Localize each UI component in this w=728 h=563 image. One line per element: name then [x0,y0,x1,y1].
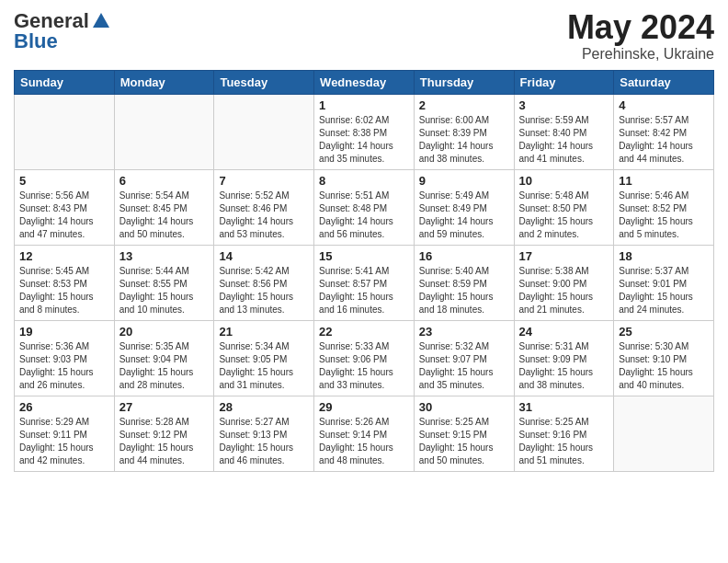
day-info: Sunrise: 5:52 AM Sunset: 8:46 PM Dayligh… [219,190,309,241]
calendar-day-cell: 6Sunrise: 5:54 AM Sunset: 8:45 PM Daylig… [114,169,214,245]
day-number: 19 [19,325,109,339]
calendar-day-cell: 27Sunrise: 5:28 AM Sunset: 9:12 PM Dayli… [114,396,214,471]
day-info: Sunrise: 5:36 AM Sunset: 9:03 PM Dayligh… [19,340,109,392]
calendar-day-cell: 30Sunrise: 5:25 AM Sunset: 9:15 PM Dayli… [414,396,514,471]
day-info: Sunrise: 5:25 AM Sunset: 9:15 PM Dayligh… [419,416,509,467]
calendar-day-cell: 23Sunrise: 5:32 AM Sunset: 9:07 PM Dayli… [414,320,514,396]
day-info: Sunrise: 5:45 AM Sunset: 8:53 PM Dayligh… [19,265,109,316]
day-number: 10 [519,174,609,188]
page: General Blue May 2024 Perehinske, Ukrain… [0,0,728,486]
day-number: 29 [319,400,409,414]
day-number: 28 [219,400,309,414]
day-info: Sunrise: 5:48 AM Sunset: 8:50 PM Dayligh… [519,190,609,241]
day-info: Sunrise: 5:40 AM Sunset: 8:59 PM Dayligh… [419,265,509,316]
day-info: Sunrise: 5:38 AM Sunset: 9:00 PM Dayligh… [519,265,609,316]
calendar-day-cell: 29Sunrise: 5:26 AM Sunset: 9:14 PM Dayli… [314,396,415,471]
calendar-day-cell: 19Sunrise: 5:36 AM Sunset: 9:03 PM Dayli… [15,320,115,396]
day-info: Sunrise: 5:51 AM Sunset: 8:48 PM Dayligh… [319,190,409,241]
day-info: Sunrise: 5:32 AM Sunset: 9:07 PM Dayligh… [419,340,509,392]
calendar-day-cell: 25Sunrise: 5:30 AM Sunset: 9:10 PM Dayli… [614,320,714,396]
calendar-day-cell [15,94,115,169]
calendar-day-cell: 14Sunrise: 5:42 AM Sunset: 8:56 PM Dayli… [214,245,314,320]
day-number: 1 [319,98,409,112]
calendar-day-cell: 21Sunrise: 5:34 AM Sunset: 9:05 PM Dayli… [214,320,314,396]
day-number: 4 [619,98,709,112]
day-info: Sunrise: 5:35 AM Sunset: 9:04 PM Dayligh… [119,340,210,392]
header-sunday: Sunday [15,70,115,94]
day-number: 30 [419,400,509,414]
day-number: 11 [619,174,709,188]
calendar-day-cell: 9Sunrise: 5:49 AM Sunset: 8:49 PM Daylig… [414,169,514,245]
logo-icon [91,11,111,31]
calendar-day-cell: 4Sunrise: 5:57 AM Sunset: 8:42 PM Daylig… [614,94,714,169]
day-info: Sunrise: 5:29 AM Sunset: 9:11 PM Dayligh… [19,416,109,467]
calendar-day-cell: 22Sunrise: 5:33 AM Sunset: 9:06 PM Dayli… [314,320,415,396]
title-block: May 2024 Perehinske, Ukraine [567,9,714,63]
day-info: Sunrise: 5:49 AM Sunset: 8:49 PM Dayligh… [419,190,509,241]
day-info: Sunrise: 5:30 AM Sunset: 9:10 PM Dayligh… [619,340,709,392]
header: General Blue May 2024 Perehinske, Ukrain… [14,9,714,63]
day-number: 17 [519,249,609,263]
day-number: 7 [219,174,309,188]
calendar-day-cell: 8Sunrise: 5:51 AM Sunset: 8:48 PM Daylig… [314,169,415,245]
header-tuesday: Tuesday [214,70,314,94]
calendar-table: Sunday Monday Tuesday Wednesday Thursday… [14,70,714,472]
calendar-day-cell: 10Sunrise: 5:48 AM Sunset: 8:50 PM Dayli… [514,169,614,245]
day-number: 18 [619,249,709,263]
day-number: 9 [419,174,509,188]
day-number: 2 [419,98,509,112]
calendar-day-cell: 16Sunrise: 5:40 AM Sunset: 8:59 PM Dayli… [414,245,514,320]
day-info: Sunrise: 5:59 AM Sunset: 8:40 PM Dayligh… [519,114,609,166]
day-number: 14 [219,249,309,263]
day-number: 8 [319,174,409,188]
month-title: May 2024 [567,9,714,46]
day-info: Sunrise: 5:46 AM Sunset: 8:52 PM Dayligh… [619,190,709,241]
calendar-day-cell: 5Sunrise: 5:56 AM Sunset: 8:43 PM Daylig… [15,169,115,245]
calendar-day-cell: 15Sunrise: 5:41 AM Sunset: 8:57 PM Dayli… [314,245,415,320]
calendar-day-cell: 26Sunrise: 5:29 AM Sunset: 9:11 PM Dayli… [15,396,115,471]
day-number: 6 [119,174,210,188]
day-info: Sunrise: 5:41 AM Sunset: 8:57 PM Dayligh… [319,265,409,316]
day-info: Sunrise: 5:44 AM Sunset: 8:55 PM Dayligh… [119,265,210,316]
calendar-day-cell [214,94,314,169]
svg-marker-0 [93,13,109,28]
day-info: Sunrise: 5:42 AM Sunset: 8:56 PM Dayligh… [219,265,309,316]
day-number: 22 [319,325,409,339]
day-info: Sunrise: 5:25 AM Sunset: 9:16 PM Dayligh… [519,416,609,467]
header-friday: Friday [514,70,614,94]
calendar-day-cell: 3Sunrise: 5:59 AM Sunset: 8:40 PM Daylig… [514,94,614,169]
day-info: Sunrise: 5:27 AM Sunset: 9:13 PM Dayligh… [219,416,309,467]
calendar-day-cell: 24Sunrise: 5:31 AM Sunset: 9:09 PM Dayli… [514,320,614,396]
day-number: 15 [319,249,409,263]
calendar-day-cell: 11Sunrise: 5:46 AM Sunset: 8:52 PM Dayli… [614,169,714,245]
day-info: Sunrise: 5:28 AM Sunset: 9:12 PM Dayligh… [119,416,210,467]
header-wednesday: Wednesday [314,70,415,94]
calendar-day-cell: 7Sunrise: 5:52 AM Sunset: 8:46 PM Daylig… [214,169,314,245]
day-info: Sunrise: 5:56 AM Sunset: 8:43 PM Dayligh… [19,190,109,241]
day-number: 24 [519,325,609,339]
day-number: 20 [119,325,210,339]
day-number: 26 [19,400,109,414]
day-info: Sunrise: 5:33 AM Sunset: 9:06 PM Dayligh… [319,340,409,392]
calendar-day-cell: 1Sunrise: 6:02 AM Sunset: 8:38 PM Daylig… [314,94,415,169]
day-info: Sunrise: 5:26 AM Sunset: 9:14 PM Dayligh… [319,416,409,467]
calendar-week-row: 12Sunrise: 5:45 AM Sunset: 8:53 PM Dayli… [15,245,714,320]
day-info: Sunrise: 5:34 AM Sunset: 9:05 PM Dayligh… [219,340,309,392]
calendar-day-cell: 13Sunrise: 5:44 AM Sunset: 8:55 PM Dayli… [114,245,214,320]
header-thursday: Thursday [414,70,514,94]
calendar-week-row: 26Sunrise: 5:29 AM Sunset: 9:11 PM Dayli… [15,396,714,471]
calendar-day-cell: 28Sunrise: 5:27 AM Sunset: 9:13 PM Dayli… [214,396,314,471]
day-number: 27 [119,400,210,414]
calendar-day-cell: 12Sunrise: 5:45 AM Sunset: 8:53 PM Dayli… [15,245,115,320]
day-info: Sunrise: 6:00 AM Sunset: 8:39 PM Dayligh… [419,114,509,166]
day-number: 23 [419,325,509,339]
calendar-week-row: 1Sunrise: 6:02 AM Sunset: 8:38 PM Daylig… [15,94,714,169]
calendar-day-cell [114,94,214,169]
calendar-week-row: 19Sunrise: 5:36 AM Sunset: 9:03 PM Dayli… [15,320,714,396]
day-info: Sunrise: 5:37 AM Sunset: 9:01 PM Dayligh… [619,265,709,316]
day-number: 16 [419,249,509,263]
weekday-header-row: Sunday Monday Tuesday Wednesday Thursday… [15,70,714,94]
calendar-day-cell: 20Sunrise: 5:35 AM Sunset: 9:04 PM Dayli… [114,320,214,396]
day-info: Sunrise: 6:02 AM Sunset: 8:38 PM Dayligh… [319,114,409,166]
day-number: 21 [219,325,309,339]
